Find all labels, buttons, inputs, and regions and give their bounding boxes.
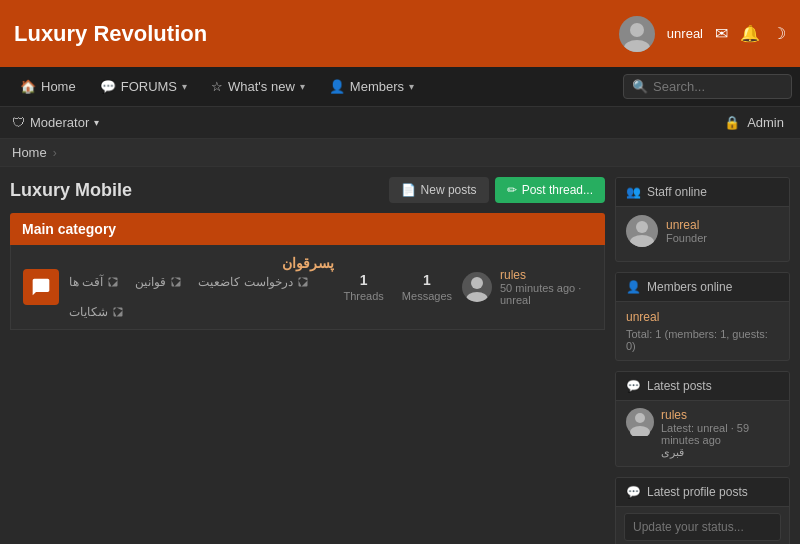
svg-point-2: [471, 277, 483, 289]
forum-stats: 1 Threads 1 Messages: [344, 272, 453, 303]
members-arrow-icon: ▾: [409, 81, 414, 92]
svg-point-6: [635, 413, 645, 423]
post-thread-icon: ✏: [507, 183, 517, 197]
svg-point-0: [630, 23, 644, 37]
whats-new-arrow-icon: ▾: [300, 81, 305, 92]
forums-icon: 💬: [100, 79, 116, 94]
svg-point-5: [630, 235, 654, 247]
staff-online-card: 👥 Staff online unreal Founder: [615, 177, 790, 262]
latest-posts-card: 💬 Latest posts rules Latest: unreal · 59…: [615, 371, 790, 467]
lp-info: rules Latest: unreal · 59 minutes ago قب…: [661, 408, 779, 459]
home-icon: 🏠: [20, 79, 36, 94]
messages-stat: 1 Messages: [402, 272, 452, 303]
forum-latest: rules 50 minutes ago · unreal: [462, 268, 592, 306]
staff-online-body: unreal Founder: [616, 207, 789, 261]
mail-icon[interactable]: ✉: [715, 24, 728, 43]
latest-posts-icon: 💬: [626, 379, 641, 393]
forum-link-3[interactable]: درخواست کاضعیت: [198, 275, 308, 289]
members-online-body: unreal Total: 1 (members: 1, guests: 0): [616, 302, 789, 360]
category-header: Main category: [10, 213, 605, 245]
avatar[interactable]: [619, 16, 655, 52]
latest-profile-posts-card: 💬 Latest profile posts: [615, 477, 790, 544]
latest-time: 50 minutes ago · unreal: [500, 282, 592, 306]
nav-whats-new[interactable]: ☆ What's new ▾: [199, 67, 317, 107]
mod-bar: 🛡 Moderator ▾ 🔒 Admin: [0, 107, 800, 139]
new-posts-button[interactable]: 📄 New posts: [389, 177, 489, 203]
latest-post-item: rules Latest: unreal · 59 minutes ago قب…: [616, 401, 789, 466]
forum-icon: [23, 269, 59, 305]
action-buttons: 📄 New posts ✏ Post thread...: [389, 177, 605, 203]
lp-avatar: [626, 408, 654, 436]
nav-whats-new-label: What's new: [228, 79, 295, 94]
staff-online-header: 👥 Staff online: [616, 178, 789, 207]
latest-info: rules 50 minutes ago · unreal: [500, 268, 592, 306]
forum-meta: پسرقوان آقت ها قوانین درخواست کاضعیت: [69, 255, 334, 319]
svg-point-7: [630, 426, 650, 436]
nav-members-label: Members: [350, 79, 404, 94]
forum-link-4[interactable]: شکایات: [69, 305, 124, 319]
main-layout: Luxury Mobile 📄 New posts ✏ Post thread.…: [0, 167, 800, 544]
forum-link-1[interactable]: آقت ها: [69, 275, 119, 289]
admin-link[interactable]: 🔒 Admin: [724, 115, 788, 130]
forums-arrow-icon: ▾: [182, 81, 187, 92]
svg-point-4: [636, 221, 648, 233]
site-title: Luxury Revolution: [14, 21, 207, 47]
nav-home-label: Home: [41, 79, 76, 94]
sidebar: 👥 Staff online unreal Founder: [615, 177, 790, 544]
search-bar[interactable]: 🔍: [623, 74, 792, 99]
forum-row: پسرقوان آقت ها قوانین درخواست کاضعیت: [10, 245, 605, 330]
breadcrumb-home[interactable]: Home: [12, 145, 47, 160]
admin-icon: 🔒: [724, 115, 740, 130]
members-online-card: 👤 Members online unreal Total: 1 (member…: [615, 272, 790, 361]
latest-posts-header: 💬 Latest posts: [616, 372, 789, 401]
content-area: Luxury Mobile 📄 New posts ✏ Post thread.…: [10, 177, 605, 544]
staff-avatar: [626, 215, 658, 247]
search-input[interactable]: [653, 79, 783, 94]
new-posts-icon: 📄: [401, 183, 416, 197]
latest-profile-posts-header: 💬 Latest profile posts: [616, 478, 789, 507]
profile-posts-icon: 💬: [626, 485, 641, 499]
threads-stat: 1 Threads: [344, 272, 384, 303]
nav-members[interactable]: 👤 Members ▾: [317, 67, 426, 107]
header: Luxury Revolution unreal ✉ 🔔 ☽: [0, 0, 800, 67]
svg-point-1: [624, 40, 650, 52]
members-online-header: 👤 Members online: [616, 273, 789, 302]
page-header: Luxury Mobile 📄 New posts ✏ Post thread.…: [10, 177, 605, 203]
page-title: Luxury Mobile: [10, 180, 132, 201]
breadcrumb-sep: ›: [53, 146, 57, 160]
header-right: unreal ✉ 🔔 ☽: [619, 16, 786, 52]
navbar: 🏠 Home 💬 FORUMS ▾ ☆ What's new ▾ 👤 Membe…: [0, 67, 800, 107]
moderator-dropdown[interactable]: 🛡 Moderator ▾: [12, 115, 99, 130]
breadcrumb: Home ›: [0, 139, 800, 167]
mod-arrow-icon: ▾: [94, 117, 99, 128]
members-icon: 👤: [329, 79, 345, 94]
members-online-icon: 👤: [626, 280, 641, 294]
post-thread-button[interactable]: ✏ Post thread...: [495, 177, 605, 203]
forum-link-2[interactable]: قوانین: [135, 275, 182, 289]
nav-forums[interactable]: 💬 FORUMS ▾: [88, 67, 199, 107]
star-icon: ☆: [211, 79, 223, 94]
toggle-icon[interactable]: ☽: [772, 24, 786, 43]
svg-point-3: [466, 292, 488, 302]
forum-links: آقت ها قوانین درخواست کاضعیت شکایات: [69, 275, 334, 319]
forum-name[interactable]: پسرقوان: [69, 255, 334, 271]
profile-status-input[interactable]: [624, 513, 781, 541]
latest-avatar: [462, 272, 492, 302]
latest-thread-title[interactable]: rules: [500, 268, 592, 282]
nav-forums-label: FORUMS: [121, 79, 177, 94]
mod-icon: 🛡: [12, 115, 25, 130]
header-username: unreal: [667, 26, 703, 41]
staff-member: unreal Founder: [626, 215, 779, 247]
nav-home[interactable]: 🏠 Home: [8, 67, 88, 107]
moderator-label: Moderator: [30, 115, 89, 130]
bell-icon[interactable]: 🔔: [740, 24, 760, 43]
staff-icon: 👥: [626, 185, 641, 199]
staff-info: unreal Founder: [666, 218, 707, 244]
search-icon: 🔍: [632, 79, 648, 94]
admin-label: Admin: [747, 115, 784, 130]
